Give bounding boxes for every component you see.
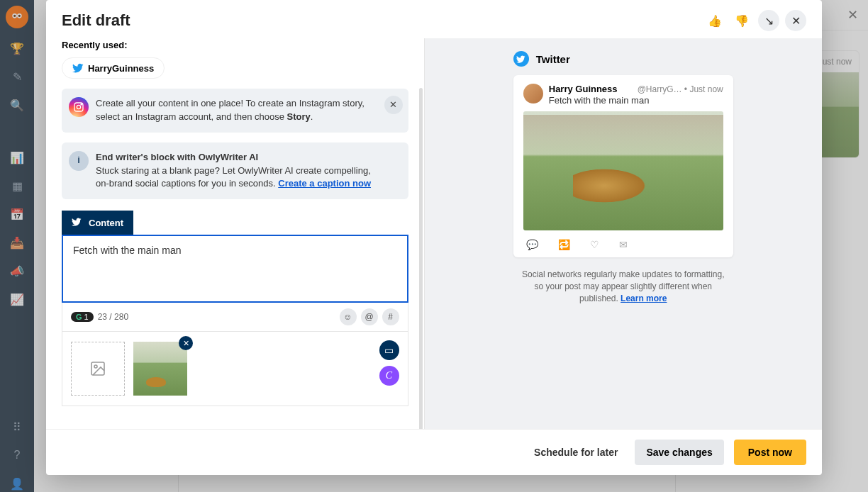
svg-point-5 xyxy=(77,105,80,108)
canva-icon[interactable]: C xyxy=(379,366,399,386)
emoji-icon[interactable]: ☺ xyxy=(340,308,357,325)
media-library-icon[interactable]: ▭ xyxy=(379,340,399,360)
instagram-icon xyxy=(69,97,89,117)
like-icon[interactable]: ♡ xyxy=(590,239,599,250)
create-caption-link[interactable]: Create a caption now xyxy=(278,178,371,189)
media-thumbnail[interactable]: ✕ xyxy=(133,342,187,396)
tweet-author: Harry Guinness xyxy=(549,84,618,94)
close-icon[interactable]: ✕ xyxy=(785,10,806,31)
instagram-tip-banner: Create all your content in one place! To… xyxy=(62,89,408,133)
scrollbar[interactable] xyxy=(419,88,423,429)
svg-point-6 xyxy=(81,104,82,105)
schedule-button[interactable]: Schedule for later xyxy=(527,441,625,464)
char-count: 23 / 280 xyxy=(98,312,128,322)
recently-used-label: Recently used: xyxy=(62,40,408,50)
thumbs-up-icon[interactable]: 👍 xyxy=(704,10,725,31)
hashtag-icon[interactable]: # xyxy=(382,308,399,325)
content-tab[interactable]: Content xyxy=(62,211,133,235)
remove-media-icon[interactable]: ✕ xyxy=(179,336,193,350)
minimize-icon[interactable]: ↘ xyxy=(758,10,779,31)
post-now-button[interactable]: Post now xyxy=(734,440,806,465)
edit-draft-modal: Edit draft 👍 👎 ↘ ✕ Recently used: HarryG… xyxy=(46,0,822,475)
twitter-icon xyxy=(72,217,83,228)
reply-icon[interactable]: 💬 xyxy=(526,239,538,250)
add-media-button[interactable] xyxy=(71,342,125,396)
thumbs-down-icon[interactable]: 👎 xyxy=(731,10,752,31)
retweet-icon[interactable]: 🔁 xyxy=(558,239,570,250)
tweet-image xyxy=(523,111,723,230)
preview-pane: Twitter Harry Guinness @HarryG… • Just n… xyxy=(424,38,823,429)
save-button[interactable]: Save changes xyxy=(635,440,723,465)
info-icon: i xyxy=(69,151,89,171)
preview-network: Twitter xyxy=(536,53,570,65)
tweet-preview: Harry Guinness @HarryG… • Just now Fetch… xyxy=(513,75,733,257)
twitter-icon xyxy=(513,51,529,67)
mention-icon[interactable]: @ xyxy=(361,308,378,325)
owlywriter-banner: i End writer's block with OwlyWriter AI … xyxy=(62,142,408,200)
account-chip[interactable]: HarryGuinness xyxy=(62,57,165,79)
share-icon[interactable]: ✉ xyxy=(619,239,628,250)
learn-more-link[interactable]: Learn more xyxy=(621,293,667,303)
grammarly-badge[interactable]: G1 xyxy=(71,312,94,322)
tweet-text: Fetch with the main man xyxy=(549,95,723,106)
tweet-handle: @HarryG… • Just now xyxy=(638,84,723,94)
modal-title: Edit draft xyxy=(62,11,130,30)
composer-pane: Recently used: HarryGuinness Create all … xyxy=(46,38,424,429)
preview-disclaimer: Social networks regularly make updates t… xyxy=(517,269,730,304)
post-text-input[interactable]: Fetch with the main man xyxy=(62,235,408,303)
twitter-icon xyxy=(72,62,84,74)
svg-point-8 xyxy=(94,365,97,368)
dismiss-banner-icon[interactable]: ✕ xyxy=(384,96,403,114)
account-name: HarryGuinness xyxy=(88,63,154,74)
avatar xyxy=(523,84,543,104)
